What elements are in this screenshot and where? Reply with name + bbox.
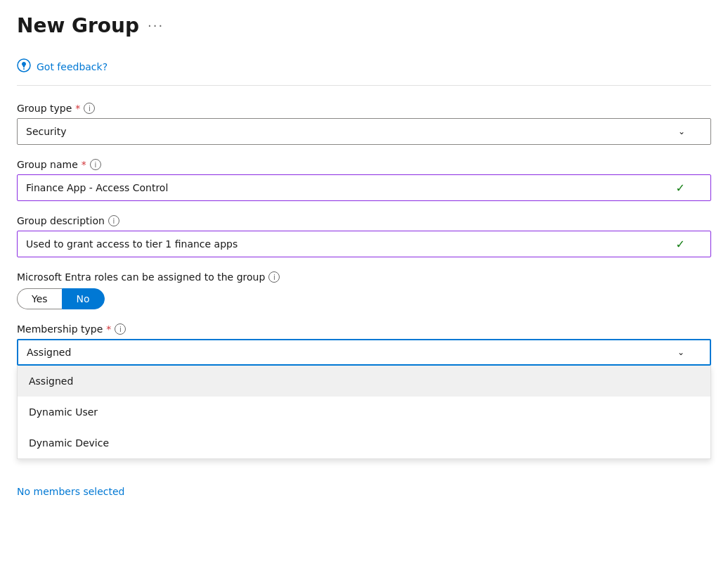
membership-type-chevron-icon: ⌄ [677,347,684,357]
membership-type-dropdown[interactable]: Assigned ⌄ [17,339,711,366]
dropdown-item-dynamic-user[interactable]: Dynamic User [18,397,710,428]
more-options-button[interactable]: ··· [148,18,164,33]
entra-roles-section: Microsoft Entra roles can be assigned to… [17,271,711,309]
entra-roles-label: Microsoft Entra roles can be assigned to… [17,271,711,283]
group-type-dropdown[interactable]: Security ⌄ [17,118,711,145]
group-description-value: Used to grant access to tier 1 finance a… [26,238,238,250]
entra-roles-toggle: Yes No [17,288,711,309]
feedback-bar: Got feedback? [17,51,711,86]
page-header: New Group ··· [17,14,711,37]
group-description-check-icon: ✓ [676,238,685,251]
toggle-no-button[interactable]: No [62,288,105,309]
entra-roles-info-icon[interactable]: i [268,271,280,283]
group-description-input[interactable]: Used to grant access to tier 1 finance a… [17,231,711,257]
page-title: New Group [17,14,139,37]
group-name-label: Group name * i [17,159,711,170]
group-type-info-icon[interactable]: i [84,103,95,114]
membership-type-section: Membership type * i Assigned ⌄ Assigned … [17,323,711,459]
group-description-info-icon[interactable]: i [108,215,119,226]
required-star-name: * [82,159,86,170]
required-star-membership: * [106,323,111,335]
membership-type-dropdown-list: Assigned Dynamic User Dynamic Device [17,366,711,459]
required-star: * [75,103,80,114]
page-container: New Group ··· Got feedback? Group type *… [0,0,728,585]
membership-type-info-icon[interactable]: i [115,323,126,335]
svg-point-1 [23,68,25,70]
group-name-check-icon: ✓ [676,181,685,195]
no-members-link[interactable]: No members selected [17,486,124,497]
group-description-section: Group description i Used to grant access… [17,215,711,257]
membership-type-wrapper: Assigned ⌄ Assigned Dynamic User Dynamic… [17,339,711,459]
dropdown-item-dynamic-device[interactable]: Dynamic Device [18,428,710,458]
group-type-value: Security [26,126,67,137]
group-name-section: Group name * i Finance App - Access Cont… [17,159,711,201]
membership-type-label: Membership type * i [17,323,711,335]
group-type-chevron-icon: ⌄ [678,127,685,136]
group-type-label: Group type * i [17,103,711,114]
dropdown-item-assigned[interactable]: Assigned [18,366,710,397]
membership-type-value: Assigned [27,347,71,358]
group-name-input[interactable]: Finance App - Access Control ✓ [17,174,711,201]
group-description-label: Group description i [17,215,711,226]
group-type-section: Group type * i Security ⌄ [17,103,711,145]
group-name-info-icon[interactable]: i [90,159,101,170]
feedback-icon [17,58,31,75]
group-name-value: Finance App - Access Control [26,182,168,193]
toggle-yes-button[interactable]: Yes [17,288,62,309]
feedback-link[interactable]: Got feedback? [37,61,108,72]
